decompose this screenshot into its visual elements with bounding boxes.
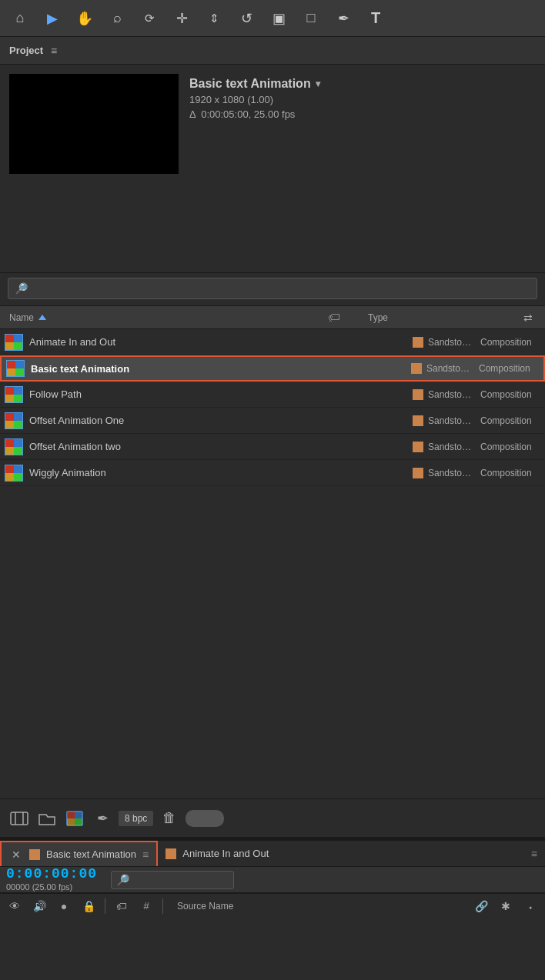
row-comp-icon (3, 385, 25, 404)
main-toolbar: ⌂ ▶ ✋ ⌕ ⟳ ✛ ⇕ ↺ ▣ □ ✒ T (0, 0, 545, 37)
row-label-text: Sandsto… (428, 415, 480, 426)
sort-arrow-icon (38, 315, 46, 320)
delta-symbol: Δ (189, 108, 196, 120)
text-icon[interactable]: T (362, 5, 390, 32)
tab-color-swatch2 (166, 848, 176, 859)
timeline-controls: 0:00:00:00 00000 (25.00 fps) 🔎 (0, 867, 545, 893)
col-name-header[interactable]: Name (3, 312, 303, 323)
search-input[interactable] (31, 283, 530, 295)
move-icon[interactable]: ✛ (168, 5, 196, 32)
row-name: Offset Animation One (29, 415, 408, 426)
new-comp-icon[interactable] (63, 808, 86, 829)
row-name: Wiggly Animation (29, 467, 408, 478)
table-row[interactable]: Offset Animation two Sandsto… Compositio… (0, 434, 545, 460)
select-icon[interactable]: ▶ (38, 5, 66, 32)
table-row[interactable]: Offset Animation One Sandsto… Compositio… (0, 408, 545, 434)
comp-name-text: Basic text Animation (189, 77, 311, 91)
tab-menu-icon2[interactable]: ≡ (531, 848, 537, 860)
timeline-search-icon: 🔎 (116, 874, 129, 886)
zoom-icon[interactable]: ⌕ (103, 5, 131, 32)
layer-divider2 (162, 898, 163, 914)
row-type: Composition (480, 442, 542, 452)
row-type: Composition (480, 415, 542, 426)
row-label-square (413, 468, 423, 478)
new-footage-icon[interactable] (8, 808, 31, 829)
anchor-icon[interactable]: ⇕ (200, 5, 228, 32)
sync-icon: ⇄ (523, 312, 533, 324)
pen-icon[interactable]: ✒ (329, 5, 357, 32)
row-name: Offset Animation two (29, 441, 408, 452)
bpc-badge[interactable]: 8 bpc (119, 811, 153, 826)
project-title: Project (9, 45, 43, 56)
preview-thumbnail (9, 74, 179, 174)
row-type: Composition (479, 363, 540, 374)
lock-icon[interactable]: 🔒 (80, 898, 97, 915)
layer-number-icon[interactable]: # (138, 898, 155, 915)
delete-icon[interactable]: 🗑 (158, 808, 181, 829)
svg-rect-5 (75, 812, 82, 818)
color-swatch (186, 810, 224, 827)
undo-icon[interactable]: ↺ (232, 5, 260, 32)
effects-icon[interactable]: ✱ (497, 898, 514, 915)
tab-animate-in-out[interactable]: Animate In and Out ≡ (158, 841, 545, 866)
table-header: Name 🏷 Type ⇄ (0, 306, 545, 329)
timecode-display[interactable]: 0:00:00:00 (6, 866, 97, 882)
project-header: Project ≡ (0, 37, 545, 65)
timeline-search-wrap[interactable]: 🔎 (111, 871, 234, 889)
row-label-text: Sandsto… (428, 442, 480, 452)
new-folder-icon[interactable] (35, 808, 59, 829)
row-label-square (413, 442, 423, 452)
comp-duration-value: 0:00:05:00, 25.00 fps (201, 108, 295, 120)
search-bar: 🔎 (0, 272, 545, 306)
preview-area: Basic text Animation ▾ 1920 x 1080 (1.00… (0, 65, 545, 272)
label-color-icon[interactable]: 🏷 (113, 898, 130, 915)
timeline-tabs: ✕ Basic text Animation ≡ Animate In and … (0, 841, 545, 867)
tab-basic-text-animation[interactable]: ✕ Basic text Animation ≡ (0, 841, 158, 866)
project-bottom-toolbar: ✒ 8 bpc 🗑 (0, 798, 545, 837)
svg-rect-7 (75, 818, 82, 825)
mask-icon[interactable]: ▣ (265, 5, 293, 32)
timeline-area: ✕ Basic text Animation ≡ Animate In and … (0, 839, 545, 980)
pen-tool-icon[interactable]: ✒ (91, 808, 114, 829)
comp-name-row: Basic text Animation ▾ (189, 77, 320, 91)
source-name-label: Source Name (171, 901, 233, 912)
home-icon[interactable]: ⌂ (6, 5, 34, 32)
motion-blur-icon[interactable]: ⬩ (522, 898, 539, 915)
table-row[interactable]: Follow Path Sandsto… Composition (0, 382, 545, 408)
project-panel: Project ≡ Basic text Animation ▾ 1920 x … (0, 37, 545, 837)
row-label-square (413, 415, 423, 426)
shape-icon[interactable]: □ (297, 5, 325, 32)
layer-controls-bar: 👁 🔊 ● 🔒 🏷 # Source Name 🔗 ✱ ⬩ (0, 893, 545, 918)
row-label-text: Sandsto… (428, 468, 480, 478)
row-name: Follow Path (29, 388, 408, 400)
framerate-info: 00000 (25.00 fps) (6, 882, 97, 892)
visibility-icon[interactable]: 👁 (6, 898, 23, 915)
orbit-icon[interactable]: ⟳ (135, 5, 163, 32)
audio-icon[interactable]: 🔊 (31, 898, 48, 915)
svg-rect-4 (67, 812, 75, 818)
row-type: Composition (480, 389, 542, 400)
col-label-header: 🏷 (303, 311, 365, 325)
hand-icon[interactable]: ✋ (71, 5, 99, 32)
solo-icon[interactable]: ● (55, 898, 72, 915)
tab-label2: Animate In and Out (182, 848, 525, 859)
comp-resolution: 1920 x 1080 (1.00) (189, 94, 320, 105)
search-wrap[interactable]: 🔎 (8, 278, 537, 299)
comp-dropdown-icon[interactable]: ▾ (316, 78, 320, 89)
row-type: Composition (480, 468, 542, 478)
tab-close-icon[interactable]: ✕ (9, 848, 23, 862)
table-row[interactable]: Wiggly Animation Sandsto… Composition (0, 460, 545, 486)
tab-menu-icon[interactable]: ≡ (142, 848, 149, 861)
timecode-area: 0:00:00:00 00000 (25.00 fps) (6, 866, 97, 892)
link-icon[interactable]: 🔗 (473, 898, 490, 915)
row-label-square (413, 337, 423, 348)
svg-rect-0 (11, 812, 28, 825)
row-comp-icon (3, 438, 25, 456)
tab-color-swatch (29, 849, 40, 860)
table-row[interactable]: Basic text Animation Sandsto… Compositio… (0, 355, 545, 382)
comp-info: Basic text Animation ▾ 1920 x 1080 (1.00… (189, 74, 320, 120)
project-menu-icon[interactable]: ≡ (51, 45, 57, 57)
table-row[interactable]: Animate In and Out Sandsto… Composition (0, 329, 545, 355)
col-name-label: Name (9, 312, 34, 323)
row-name: Animate In and Out (29, 336, 408, 348)
